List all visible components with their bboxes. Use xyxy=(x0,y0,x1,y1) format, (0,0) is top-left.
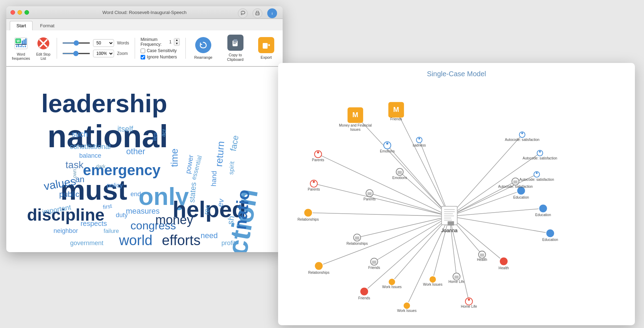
word-cloud-canvas: leadership national action must discipli… xyxy=(6,67,283,252)
title-bar: Word Cloud: Roosevelt-Inaugural-Speech xyxy=(6,6,283,19)
svg-line-55 xyxy=(318,154,449,216)
case-svg: Joanna M Money and Financial Issues M Fr… xyxy=(278,85,635,325)
svg-point-57 xyxy=(317,151,319,154)
svg-point-75 xyxy=(314,262,323,270)
svg-text:Work Issues: Work Issues xyxy=(423,283,443,286)
copy-to-clipboard-button[interactable]: Copy to Clipboard xyxy=(221,33,250,63)
tab-start[interactable]: Start xyxy=(10,21,33,30)
work-issues-node-3[interactable]: Work Issues xyxy=(423,216,449,286)
svg-line-67 xyxy=(308,213,450,216)
svg-text:Education: Education xyxy=(542,238,558,242)
word-profit: profit xyxy=(221,240,235,247)
health-node-2[interactable]: Health xyxy=(450,216,509,270)
svg-text:Health: Health xyxy=(498,266,509,270)
relationships-node-1[interactable]: Relationships xyxy=(297,208,449,221)
svg-rect-12 xyxy=(16,45,17,47)
svg-rect-23 xyxy=(233,41,237,42)
svg-text:Education: Education xyxy=(513,195,529,199)
case-sensitivity-checkbox[interactable] xyxy=(141,49,145,53)
svg-point-85 xyxy=(388,278,395,285)
edit-stop-list-label: Edit Stop List xyxy=(36,52,51,61)
print-button[interactable] xyxy=(253,8,262,18)
svg-text:Joanna: Joanna xyxy=(441,228,458,233)
info-button[interactable]: i xyxy=(267,8,277,18)
svg-text:Relationships: Relationships xyxy=(346,242,368,245)
parents-node-1[interactable]: Parents xyxy=(312,151,450,216)
money-node[interactable]: M Money and Financial Issues xyxy=(339,107,450,216)
svg-rect-138 xyxy=(444,218,451,219)
min-freq-stepper[interactable]: ▲ ▼ xyxy=(174,38,180,46)
word-public: public xyxy=(59,190,79,199)
tab-format[interactable]: Format xyxy=(33,21,61,30)
word-policy: policy xyxy=(107,182,123,189)
svg-line-39 xyxy=(396,110,450,216)
words-dropdown[interactable]: 50 xyxy=(93,39,114,47)
svg-rect-65 xyxy=(367,192,371,195)
parents-node-2[interactable]: Parents xyxy=(308,180,450,216)
maximize-button[interactable] xyxy=(24,10,29,15)
rearrange-button[interactable]: Rearrange xyxy=(191,36,215,61)
words-slider[interactable] xyxy=(62,42,90,44)
minimize-button[interactable] xyxy=(17,10,22,15)
svg-point-91 xyxy=(429,276,436,283)
edit-stop-list-button[interactable]: Edit Stop List xyxy=(36,36,51,61)
svg-rect-134 xyxy=(444,209,454,210)
tabs-row: Start Format xyxy=(6,19,283,30)
undo-button[interactable] xyxy=(238,8,248,18)
friends-node-3[interactable]: Friends xyxy=(358,216,449,300)
svg-line-59 xyxy=(314,184,450,216)
home-life-node-1[interactable]: Home Life xyxy=(448,216,465,284)
relationships-node-2[interactable]: Relationships xyxy=(346,216,449,245)
center-node-top[interactable]: Joanna xyxy=(441,206,458,233)
min-freq-row: Minimum Frequency: 1 ▲ ▼ xyxy=(141,37,180,47)
svg-point-68 xyxy=(304,208,312,217)
svg-text:Work Issues: Work Issues xyxy=(382,285,402,289)
word-freq-icon: W xyxy=(13,36,29,51)
zoom-slider[interactable] xyxy=(62,53,90,54)
header-right-icons: i xyxy=(238,8,277,18)
parents-node-3[interactable]: Parents xyxy=(363,190,450,216)
word-balance: balance xyxy=(79,152,101,159)
svg-rect-9 xyxy=(23,40,25,44)
word-time: time xyxy=(169,149,180,167)
edit-stop-list-icon xyxy=(36,36,51,51)
svg-rect-25 xyxy=(233,43,236,44)
word-frequencies-button[interactable]: W W xyxy=(12,36,30,61)
autocode-node-3[interactable]: Autocode: satisfaction xyxy=(450,172,554,216)
autocode-node-1[interactable]: Autocode: satisfaction xyxy=(450,132,540,216)
work-issues-node-1[interactable]: Work Issues xyxy=(382,216,450,289)
export-button[interactable]: Export xyxy=(255,36,277,61)
svg-point-123 xyxy=(539,151,541,152)
word-end: end xyxy=(130,191,141,198)
svg-point-127 xyxy=(536,172,538,174)
svg-line-117 xyxy=(450,135,522,216)
emotions-node-2[interactable]: Emotions xyxy=(392,168,450,216)
rearrange-label: Rearrange xyxy=(194,55,212,60)
word-measures: measures xyxy=(126,207,160,215)
stepper-up[interactable]: ▲ xyxy=(174,38,180,42)
traffic-lights xyxy=(10,10,29,15)
friends-node-1[interactable]: M Friends xyxy=(388,102,450,216)
svg-text:Money and Financial: Money and Financial xyxy=(339,123,371,127)
ignore-numbers-checkbox[interactable] xyxy=(141,55,145,59)
svg-text:Autocode: satisfaction: Autocode: satisfaction xyxy=(523,156,557,160)
education-node-1[interactable]: Education xyxy=(450,186,529,216)
word-frequencies-label: Word frequencies xyxy=(12,52,30,61)
sadness-node[interactable]: sadness xyxy=(413,137,450,216)
ignore-numbers-row: Ignore Numbers xyxy=(141,55,180,59)
education-node-3[interactable]: Education xyxy=(450,216,558,242)
word-failure: failure xyxy=(104,228,119,234)
word-world: world xyxy=(119,233,153,248)
stepper-down[interactable]: ▼ xyxy=(174,42,180,45)
close-button[interactable] xyxy=(10,10,15,15)
svg-text:Home Life: Home Life xyxy=(448,280,465,284)
svg-text:Health: Health xyxy=(477,258,487,262)
svg-rect-103 xyxy=(480,254,484,257)
zoom-dropdown[interactable]: 100% xyxy=(93,50,114,57)
svg-point-61 xyxy=(313,181,315,183)
svg-text:Relationships: Relationships xyxy=(297,218,319,221)
svg-text:i: i xyxy=(272,12,273,15)
svg-text:Friends: Friends xyxy=(390,117,402,121)
svg-line-63 xyxy=(369,193,449,216)
word-return: return xyxy=(213,141,226,167)
